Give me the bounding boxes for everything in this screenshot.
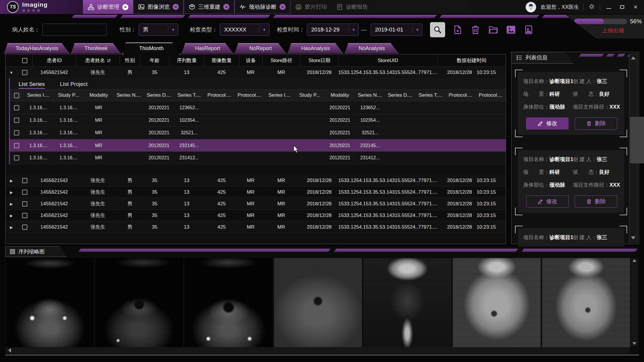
expand-arrow-icon[interactable]: ▶ bbox=[10, 225, 13, 229]
row-checkbox[interactable] bbox=[22, 225, 27, 230]
row-checkbox[interactable] bbox=[22, 178, 27, 183]
col-device[interactable]: 设备 bbox=[239, 54, 262, 66]
series-row[interactable]: 1.3.16....1.3.16.... MR 2012022132521...… bbox=[10, 127, 506, 139]
series-row-checkbox[interactable] bbox=[14, 130, 19, 135]
series-row-checkbox[interactable] bbox=[14, 105, 19, 110]
collapse-arrow-icon[interactable]: ▼ bbox=[10, 70, 13, 75]
chevron-down-icon[interactable]: ▼ bbox=[168, 26, 178, 33]
settings-gear-icon[interactable] bbox=[588, 3, 595, 11]
open-folder-button[interactable] bbox=[486, 23, 500, 36]
patient-row[interactable]: ▶ 1455621542张先生 男35 13425 MRMR 2018/12/2… bbox=[6, 175, 506, 186]
close-window-button[interactable]: × bbox=[632, 3, 639, 11]
expand-arrow-icon[interactable]: ▶ bbox=[10, 179, 13, 183]
nav-tab-diagnosis-manage[interactable]: 诊断管理 × bbox=[83, 0, 133, 14]
thumbnail-mr-coronal-dark[interactable] bbox=[363, 258, 451, 348]
delete-button[interactable]: 删除 bbox=[575, 117, 617, 130]
patient-row[interactable]: ▶ 1455621542张先生 男35 13425 MRMR 2018/12/2… bbox=[6, 186, 506, 198]
patient-row-expanded[interactable]: ▼ 1455621542 张先生 男 35 13 425 MR MR 2018/… bbox=[6, 67, 506, 78]
expand-arrow-icon[interactable]: ▶ bbox=[10, 213, 13, 218]
col-age[interactable]: 年龄 bbox=[140, 54, 169, 66]
row-checkbox[interactable] bbox=[22, 213, 27, 218]
scol[interactable]: Series I.... bbox=[265, 92, 295, 98]
patient-row[interactable]: ▶ 1455621542张先生 男35 13425 MRMR 2018/12/2… bbox=[6, 210, 506, 221]
series-row[interactable]: 1.3.16....1.3.16.... MR 20120221231412..… bbox=[10, 152, 506, 164]
series-row-checkbox[interactable] bbox=[14, 155, 19, 160]
expand-arrow-icon[interactable]: ▶ bbox=[10, 190, 13, 195]
scrollbar-thumb[interactable] bbox=[630, 117, 644, 163]
col-image-count[interactable]: 图像数量 bbox=[204, 54, 239, 66]
image-report-button[interactable] bbox=[522, 23, 535, 36]
thumbnail-mr-axial-3[interactable] bbox=[185, 258, 273, 348]
close-tab-icon[interactable]: × bbox=[122, 4, 128, 10]
row-checkbox[interactable] bbox=[22, 201, 27, 206]
scol[interactable]: Modality bbox=[325, 92, 355, 98]
nav-tab-carotid-diagnosis[interactable]: 颈动脉诊断 × bbox=[234, 0, 291, 14]
thumbnail-mr-axial-noisy[interactable] bbox=[274, 258, 362, 348]
thumbnails-vscrollbar[interactable] bbox=[631, 258, 638, 346]
thumbnail-mr-coronal-light-2[interactable] bbox=[542, 258, 630, 348]
row-checkbox[interactable] bbox=[22, 190, 27, 195]
scroll-left-icon[interactable] bbox=[8, 348, 11, 353]
scroll-up-icon[interactable] bbox=[631, 56, 636, 59]
col-gender[interactable]: 性别 bbox=[120, 54, 140, 66]
scol[interactable]: Series D.... bbox=[385, 92, 415, 98]
delete-record-button[interactable] bbox=[469, 23, 482, 36]
minimize-button[interactable] bbox=[606, 4, 612, 10]
tab-has-report[interactable]: HasReport bbox=[182, 43, 233, 54]
row-checkbox[interactable] bbox=[22, 70, 27, 75]
series-row[interactable]: 1.3.16....1.3.16.... MR 20120221102354..… bbox=[10, 114, 506, 127]
series-row-checkbox[interactable] bbox=[14, 143, 19, 148]
edit-button[interactable]: 修改 bbox=[526, 195, 569, 208]
series-row[interactable]: 1.3.16....1.3.16.... MR 20120221123652..… bbox=[10, 102, 506, 114]
patient-row[interactable]: ▶ 1455621542张先生 男35 13425 MRMR 2018/12/2… bbox=[6, 221, 506, 233]
scol[interactable]: Series T.... bbox=[174, 92, 204, 98]
col-store-date[interactable]: Store日期 bbox=[300, 54, 338, 66]
close-tab-icon[interactable]: × bbox=[173, 4, 179, 10]
edit-button[interactable]: 修改 bbox=[526, 117, 569, 130]
thumbnail-mr-axial-2[interactable] bbox=[95, 258, 183, 348]
tab-this-month[interactable]: ThisMonth bbox=[122, 43, 181, 55]
thumbnail-mr-axial-1[interactable] bbox=[6, 258, 94, 348]
scroll-down-icon[interactable] bbox=[632, 342, 636, 345]
exam-type-select[interactable]: XXXXXX ▼ bbox=[220, 24, 269, 36]
tab-this-week[interactable]: ThisWeek bbox=[71, 43, 121, 54]
select-all-checkbox[interactable] bbox=[22, 58, 27, 63]
series-row-checkbox[interactable] bbox=[14, 118, 19, 123]
col-series-count[interactable]: 序列数量 bbox=[169, 54, 204, 66]
maximize-button[interactable] bbox=[619, 4, 625, 10]
nav-tab-3d-reconstruct[interactable]: 三维重建 × bbox=[184, 0, 234, 14]
gender-select[interactable]: 男 ▼ bbox=[139, 24, 178, 36]
scol[interactable]: Series N.... bbox=[114, 92, 144, 98]
series-select-all-checkbox[interactable] bbox=[14, 93, 19, 98]
info-panel-scrollbar[interactable] bbox=[629, 54, 637, 242]
scol[interactable]: Series T.... bbox=[415, 92, 445, 98]
delete-button[interactable]: 删除 bbox=[575, 195, 617, 208]
col-store-path[interactable]: Store路径 bbox=[262, 54, 300, 66]
scol[interactable]: Series N.... bbox=[355, 92, 385, 98]
tab-no-analysis[interactable]: NoAnalysis bbox=[345, 43, 399, 54]
chevron-down-icon[interactable]: ▼ bbox=[259, 26, 269, 33]
scol[interactable]: Protocol.... bbox=[234, 92, 265, 98]
tab-no-report[interactable]: NoReport bbox=[235, 43, 286, 54]
scroll-down-icon[interactable] bbox=[631, 236, 636, 239]
patient-row[interactable]: ▶ 1455621542张先生 男35 13425 MRMR 2018/12/2… bbox=[6, 198, 506, 210]
tab-list-series[interactable]: LIst Series bbox=[19, 81, 45, 89]
col-created-time[interactable]: 数据创建时间 bbox=[437, 54, 506, 66]
chevron-down-icon[interactable]: ▼ bbox=[348, 26, 358, 33]
col-patient-name[interactable]: 患者姓名 bbox=[76, 54, 120, 66]
thumbnail-mr-coronal-light-1[interactable] bbox=[453, 258, 541, 348]
col-store-uid[interactable]: StoreUID bbox=[338, 54, 437, 66]
col-patient-id[interactable]: 患者ID bbox=[32, 54, 76, 66]
close-tab-icon[interactable]: × bbox=[279, 4, 286, 10]
scol[interactable]: Modality bbox=[84, 92, 114, 98]
scol[interactable]: Series I.... bbox=[23, 92, 54, 98]
scol[interactable]: Protocol.... bbox=[475, 92, 506, 98]
expand-arrow-icon[interactable]: ▶ bbox=[10, 202, 13, 206]
new-record-button[interactable] bbox=[451, 23, 464, 36]
scol[interactable]: Study P... bbox=[295, 92, 325, 98]
scol[interactable]: Protocol.... bbox=[445, 92, 476, 98]
thumbnails-hscrollbar[interactable] bbox=[6, 347, 629, 354]
date-to-select[interactable]: 2019-01-01 ▼ bbox=[371, 24, 422, 36]
series-row-selected[interactable]: 1.3.16....1.3.16.... MR 20120221232145..… bbox=[10, 139, 506, 152]
image-view-button[interactable] bbox=[504, 23, 518, 36]
